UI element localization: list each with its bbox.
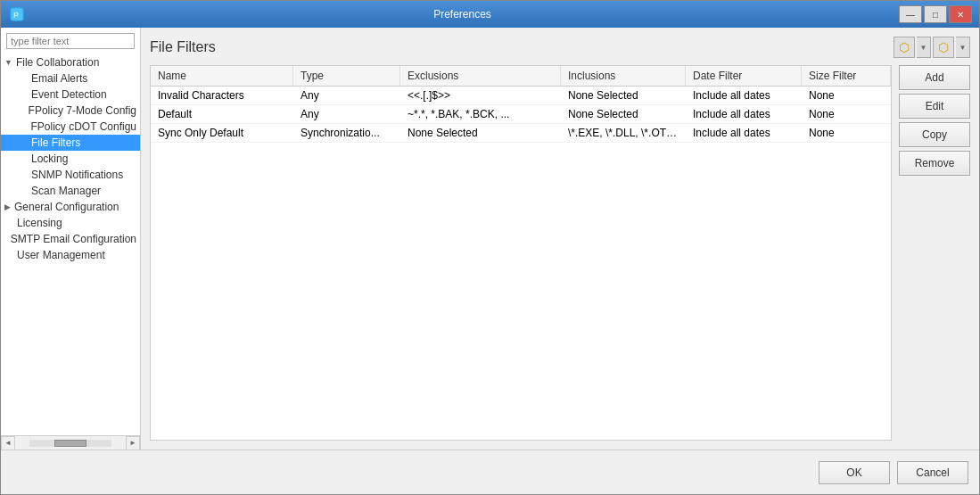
sidebar: ▼File CollaborationEmail AlertsEvent Det… <box>1 28 141 450</box>
cancel-button[interactable]: Cancel <box>897 461 968 484</box>
nav-back-dropdown[interactable]: ▼ <box>917 37 931 58</box>
main-content: ▼File CollaborationEmail AlertsEvent Det… <box>1 28 979 450</box>
action-panel: Add Edit Copy Remove <box>892 65 970 441</box>
nav-forward-button[interactable]: ⬡ <box>933 37 954 58</box>
add-button[interactable]: Add <box>899 65 970 90</box>
panel-header: File Filters ⬡ ▼ ⬡ ▼ <box>150 37 970 58</box>
sidebar-filter-input[interactable] <box>6 33 135 49</box>
content-area: Name Type Exclusions Inclusions Date Fil… <box>150 65 970 441</box>
bottom-bar: OK Cancel <box>1 450 979 494</box>
table-cell: Include all dates <box>686 87 802 104</box>
sidebar-item-label: SNMP Notifications <box>31 169 123 181</box>
edit-button[interactable]: Edit <box>899 94 970 119</box>
remove-button[interactable]: Remove <box>899 151 970 176</box>
col-header-size-filter[interactable]: Size Filter <box>802 66 891 86</box>
table-cell: None <box>802 87 891 104</box>
nav-back-icon: ⬡ <box>899 40 910 54</box>
table-cell: Any <box>293 87 400 104</box>
sidebar-item-label: User Management <box>17 249 105 261</box>
title-bar: P Preferences — □ ✕ <box>1 1 979 28</box>
copy-button[interactable]: Copy <box>899 122 970 147</box>
window-title: Preferences <box>26 8 899 21</box>
sidebar-item-file-collaboration[interactable]: ▼File Collaboration <box>1 54 140 70</box>
sidebar-item-locking[interactable]: Locking <box>1 151 140 167</box>
window-controls: — □ ✕ <box>899 5 972 23</box>
nav-forward-icon: ⬡ <box>938 40 949 54</box>
table-cell: ~*.*, *.BAK, *.BCK, ... <box>400 105 561 123</box>
table-cell: Synchronizatio... <box>293 124 400 142</box>
sidebar-item-file-filters[interactable]: File Filters <box>1 135 140 151</box>
table-cell: Sync Only Default <box>151 124 293 142</box>
sidebar-item-label: Locking <box>31 153 68 165</box>
scroll-left-button[interactable]: ◄ <box>1 436 15 450</box>
right-panel: File Filters ⬡ ▼ ⬡ ▼ Name <box>141 28 979 450</box>
table-cell: None <box>802 124 891 142</box>
sidebar-item-label: Scan Manager <box>31 185 101 197</box>
sidebar-item-smtp-email[interactable]: SMTP Email Configuration <box>1 231 140 247</box>
sidebar-item-scan-manager[interactable]: Scan Manager <box>1 183 140 199</box>
table-cell: Any <box>293 105 400 123</box>
sidebar-scrollbar: ◄ ► <box>1 435 140 450</box>
sidebar-item-label: File Filters <box>31 136 80 149</box>
tree-expand-icon: ▼ <box>4 58 12 67</box>
table-cell: <<.[.]$>> <box>400 87 561 104</box>
tree-expand-icon: ▶ <box>4 202 11 211</box>
sidebar-item-label: File Collaboration <box>16 56 99 69</box>
table-cell: None Selected <box>561 87 686 104</box>
nav-forward-dropdown[interactable]: ▼ <box>956 37 970 58</box>
sidebar-item-label: Email Alerts <box>31 72 87 85</box>
sidebar-item-general-configuration[interactable]: ▶General Configuration <box>1 199 140 215</box>
table-cell: None <box>802 105 891 123</box>
table-cell: None Selected <box>561 105 686 123</box>
sidebar-item-label: Licensing <box>17 217 62 229</box>
ok-button[interactable]: OK <box>819 461 890 484</box>
sidebar-item-label: SMTP Email Configuration <box>11 233 136 245</box>
scroll-right-button[interactable]: ► <box>126 436 140 450</box>
panel-nav: ⬡ ▼ ⬡ ▼ <box>894 37 970 58</box>
col-header-inclusions[interactable]: Inclusions <box>561 66 686 86</box>
sidebar-item-snmp-notifications[interactable]: SNMP Notifications <box>1 167 140 183</box>
table-cell: Default <box>151 105 293 123</box>
col-header-name[interactable]: Name <box>151 66 293 86</box>
scrollbar-track <box>29 440 111 447</box>
preferences-window: P Preferences — □ ✕ ▼File CollaborationE… <box>0 0 980 495</box>
table-header: Name Type Exclusions Inclusions Date Fil… <box>151 66 891 87</box>
sidebar-item-fpolicy-7mode[interactable]: FPolicy 7-Mode Config <box>1 103 140 119</box>
table-cell: None Selected <box>400 124 561 142</box>
svg-text:P: P <box>13 11 19 20</box>
maximize-button[interactable]: □ <box>924 5 947 23</box>
window-icon: P <box>8 5 26 23</box>
table-cell: Include all dates <box>686 124 802 142</box>
sidebar-item-fpolicy-cdot[interactable]: FPolicy cDOT Configu <box>1 119 140 135</box>
sidebar-item-label: Event Detection <box>31 88 107 101</box>
close-button[interactable]: ✕ <box>949 5 972 23</box>
table-row[interactable]: Sync Only DefaultSynchronizatio...None S… <box>151 124 891 143</box>
file-filters-table: Name Type Exclusions Inclusions Date Fil… <box>150 65 892 441</box>
sidebar-item-email-alerts[interactable]: Email Alerts <box>1 70 140 87</box>
table-body: Invalid CharactersAny<<.[.]$>>None Selec… <box>151 87 891 440</box>
col-header-type[interactable]: Type <box>293 66 400 86</box>
nav-back-button[interactable]: ⬡ <box>894 37 915 58</box>
sidebar-item-label: FPolicy cDOT Configu <box>31 120 136 133</box>
sidebar-item-licensing[interactable]: Licensing <box>1 215 140 231</box>
panel-title: File Filters <box>150 39 216 55</box>
col-header-date-filter[interactable]: Date Filter <box>686 66 802 86</box>
table-cell: Include all dates <box>686 105 802 123</box>
sidebar-item-user-management[interactable]: User Management <box>1 247 140 263</box>
table-row[interactable]: DefaultAny~*.*, *.BAK, *.BCK, ...None Se… <box>151 105 891 124</box>
sidebar-tree: ▼File CollaborationEmail AlertsEvent Det… <box>1 54 140 435</box>
sidebar-item-label: FPolicy 7-Mode Config <box>29 104 136 117</box>
sidebar-item-event-detection[interactable]: Event Detection <box>1 87 140 103</box>
table-row[interactable]: Invalid CharactersAny<<.[.]$>>None Selec… <box>151 87 891 105</box>
scrollbar-thumb[interactable] <box>54 440 87 447</box>
table-cell: Invalid Characters <box>151 87 293 104</box>
table-cell: \*.EXE, \*.DLL, \*.OTF, \*.T... <box>561 124 686 142</box>
minimize-button[interactable]: — <box>899 5 922 23</box>
col-header-exclusions[interactable]: Exclusions <box>400 66 561 86</box>
sidebar-item-label: General Configuration <box>14 201 119 213</box>
